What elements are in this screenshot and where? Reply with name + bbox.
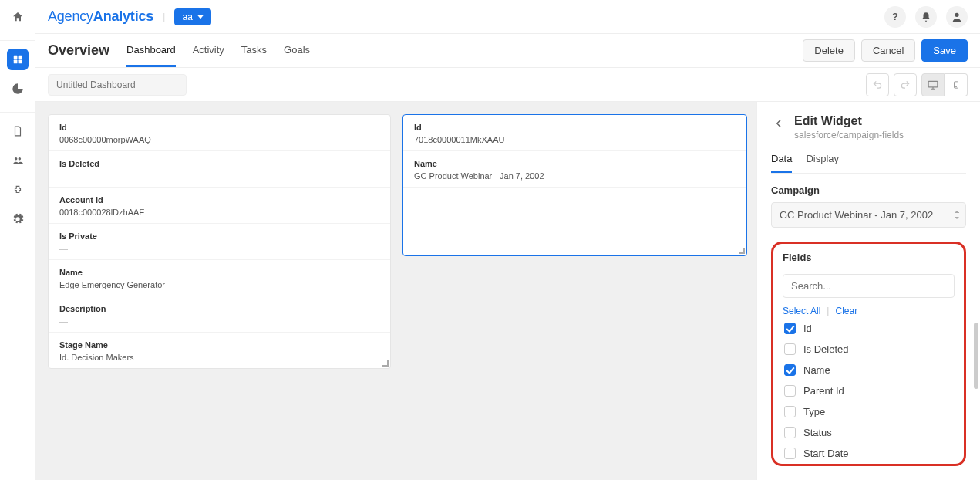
notifications-icon[interactable] bbox=[915, 6, 937, 28]
field-value: 0018c000028lDzhAAE bbox=[59, 208, 379, 217]
field-value: Id. Decision Makers bbox=[59, 353, 379, 362]
analytics-icon[interactable] bbox=[7, 78, 29, 100]
save-button[interactable]: Save bbox=[921, 39, 968, 62]
tab-tasks[interactable]: Tasks bbox=[241, 34, 267, 67]
field-row: Id0068c00000morpWAAQ bbox=[49, 115, 390, 151]
svg-point-9 bbox=[955, 86, 956, 87]
panel-tab-data[interactable]: Data bbox=[771, 153, 792, 173]
users-icon[interactable] bbox=[7, 150, 29, 171]
field-label: Account Id bbox=[59, 195, 379, 205]
svg-rect-0 bbox=[13, 56, 17, 59]
page-title: Overview bbox=[48, 42, 109, 59]
tab-goals[interactable]: Goals bbox=[284, 34, 310, 67]
svg-rect-7 bbox=[928, 81, 938, 87]
divider: | bbox=[827, 306, 829, 316]
workspace-label: aa bbox=[182, 12, 192, 22]
field-value: 7018c0000011MkXAAU bbox=[414, 135, 736, 144]
select-all-link[interactable]: Select All bbox=[783, 306, 820, 316]
home-icon[interactable] bbox=[7, 6, 29, 28]
profile-avatar[interactable] bbox=[946, 6, 968, 28]
help-icon[interactable]: ? bbox=[884, 6, 906, 28]
campaign-select-value: GC Product Webinar - Jan 7, 2002 bbox=[780, 209, 933, 221]
delete-button[interactable]: Delete bbox=[803, 39, 855, 62]
field-row: Description— bbox=[49, 296, 390, 333]
integrations-icon[interactable] bbox=[7, 179, 29, 201]
field-value: — bbox=[59, 244, 379, 253]
field-value: GC Product Webinar - Jan 7, 2002 bbox=[414, 171, 736, 181]
field-row: Is Private— bbox=[49, 224, 390, 260]
tab-dashboard[interactable]: Dashboard bbox=[126, 34, 176, 67]
panel-title: Edit Widget bbox=[794, 114, 904, 128]
field-checkbox-item[interactable]: Name bbox=[784, 364, 955, 376]
page-scrollbar[interactable] bbox=[974, 323, 978, 389]
field-checkbox-item[interactable]: Status bbox=[784, 427, 955, 438]
subheader: Overview Dashboard Activity Tasks Goals … bbox=[35, 34, 980, 68]
clear-link[interactable]: Clear bbox=[835, 306, 857, 316]
checkbox-icon[interactable] bbox=[784, 406, 796, 417]
divider: | bbox=[163, 11, 165, 22]
field-checkbox-label: Status bbox=[803, 427, 832, 438]
field-checkbox-label: Start Date bbox=[803, 448, 849, 459]
reports-icon[interactable] bbox=[7, 120, 29, 142]
panel-subtitle: salesforce/campaign-fields bbox=[794, 130, 904, 140]
dashboard-name-input[interactable]: Untitled Dashboard bbox=[48, 74, 187, 96]
back-icon[interactable] bbox=[771, 116, 786, 131]
fields-search-input[interactable] bbox=[783, 274, 955, 298]
settings-icon[interactable] bbox=[7, 208, 29, 230]
field-label: Is Deleted bbox=[59, 159, 379, 168]
checkbox-icon[interactable] bbox=[784, 385, 796, 397]
fields-section-label: Fields bbox=[783, 252, 955, 263]
fields-highlight-box: Fields Select All | Clear IdIs DeletedNa… bbox=[771, 242, 966, 466]
widget-campaign-fields[interactable]: Id7018c0000011MkXAAUNameGC Product Webin… bbox=[402, 114, 747, 256]
resize-handle[interactable] bbox=[382, 360, 390, 368]
dashboard-toolbar: Untitled Dashboard bbox=[35, 68, 980, 102]
checkbox-icon[interactable] bbox=[784, 448, 796, 459]
brand-part2: Analytics bbox=[93, 8, 153, 24]
checkbox-icon[interactable] bbox=[784, 343, 796, 355]
field-checkbox-item[interactable]: Id bbox=[784, 323, 955, 334]
workspace-switcher[interactable]: aa bbox=[174, 8, 210, 25]
dashboards-icon[interactable] bbox=[7, 49, 29, 70]
panel-tab-display[interactable]: Display bbox=[806, 153, 839, 173]
svg-point-4 bbox=[14, 157, 17, 161]
campaign-select[interactable]: GC Product Webinar - Jan 7, 2002 bbox=[771, 202, 966, 228]
svg-point-5 bbox=[18, 157, 21, 161]
field-checkbox-item[interactable]: Parent Id bbox=[784, 385, 955, 397]
field-label: Stage Name bbox=[59, 340, 379, 350]
brand-logo: AgencyAnalytics bbox=[48, 8, 153, 25]
field-row: NameGC Product Webinar - Jan 7, 2002 bbox=[403, 151, 746, 188]
field-value: Edge Emergency Generator bbox=[59, 280, 379, 289]
field-label: Id bbox=[59, 123, 379, 132]
checkbox-icon[interactable] bbox=[784, 427, 796, 438]
field-checkbox-label: Name bbox=[803, 364, 830, 376]
field-value: — bbox=[59, 316, 379, 326]
tab-activity[interactable]: Activity bbox=[193, 34, 224, 67]
cancel-button[interactable]: Cancel bbox=[861, 39, 915, 62]
field-label: Id bbox=[414, 123, 736, 132]
field-row: Id7018c0000011MkXAAU bbox=[403, 115, 746, 151]
panel-tabs: Data Display bbox=[771, 153, 966, 174]
svg-rect-3 bbox=[18, 60, 22, 64]
field-label: Name bbox=[414, 159, 736, 168]
field-value: — bbox=[59, 171, 379, 181]
field-label: Name bbox=[59, 268, 379, 277]
field-row: Account Id0018c000028lDzhAAE bbox=[49, 188, 390, 224]
field-checkbox-label: Id bbox=[803, 323, 812, 334]
field-checkbox-label: Is Deleted bbox=[803, 343, 849, 355]
checkbox-icon[interactable] bbox=[784, 364, 796, 376]
field-checkbox-item[interactable]: Is Deleted bbox=[784, 343, 955, 355]
redo-icon[interactable] bbox=[894, 73, 917, 96]
field-checkbox-item[interactable]: Start Date bbox=[784, 448, 955, 459]
field-checkbox-label: Type bbox=[803, 406, 825, 417]
checkbox-icon[interactable] bbox=[784, 323, 796, 334]
dashboard-canvas: Id0068c00000morpWAAQIs Deleted—Account I… bbox=[35, 102, 756, 480]
topbar: AgencyAnalytics | aa ? bbox=[35, 0, 980, 34]
svg-rect-2 bbox=[13, 60, 17, 64]
undo-icon[interactable] bbox=[866, 73, 889, 96]
field-label: Is Private bbox=[59, 232, 379, 241]
resize-handle[interactable] bbox=[739, 248, 746, 255]
mobile-view-icon[interactable] bbox=[945, 73, 968, 96]
field-checkbox-item[interactable]: Type bbox=[784, 406, 955, 417]
desktop-view-icon[interactable] bbox=[921, 73, 945, 96]
widget-opportunity-fields[interactable]: Id0068c00000morpWAAQIs Deleted—Account I… bbox=[48, 114, 391, 369]
